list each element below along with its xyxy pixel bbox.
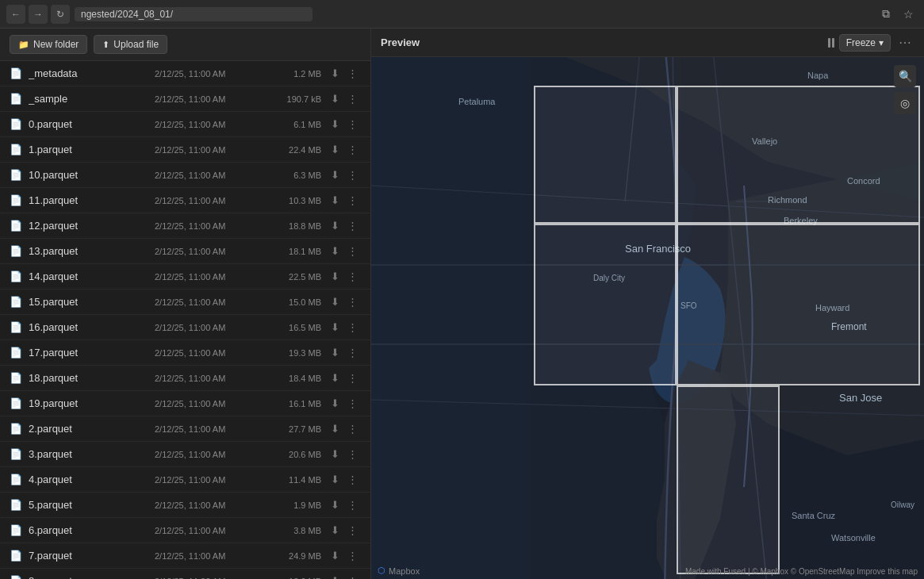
download-button[interactable]: ⬇: [328, 396, 343, 411]
file-row[interactable]: 📄 15.parquet 2/12/25, 11:00 AM 15.0 MB ⬇…: [0, 290, 370, 315]
file-size: 18.4 MB: [266, 374, 321, 383]
file-row[interactable]: 📄 3.parquet 2/12/25, 11:00 AM 20.6 MB ⬇ …: [0, 442, 370, 467]
download-button[interactable]: ⬇: [328, 370, 343, 385]
download-button[interactable]: ⬇: [328, 243, 343, 259]
more-button[interactable]: ⋮: [344, 396, 361, 411]
map-locate-button[interactable]: ◎: [894, 92, 916, 114]
more-button[interactable]: ⋮: [344, 193, 361, 208]
more-button[interactable]: ⋮: [344, 142, 361, 157]
back-button[interactable]: ←: [6, 5, 25, 24]
file-icon: 📄: [10, 270, 22, 282]
more-options-button[interactable]: ⋯: [895, 33, 914, 52]
upload-file-button[interactable]: ⬆ Upload file: [94, 35, 167, 54]
file-icon: 📄: [10, 245, 22, 257]
file-row[interactable]: 📄 17.parquet 2/12/25, 11:00 AM 19.3 MB ⬇…: [0, 340, 370, 366]
file-row[interactable]: 📄 10.parquet 2/12/25, 11:00 AM 6.3 MB ⬇ …: [0, 163, 370, 188]
new-folder-button[interactable]: 📁 New folder: [10, 35, 87, 54]
download-button[interactable]: ⬇: [328, 320, 343, 335]
file-row-actions: ⬇ ⋮: [328, 345, 361, 360]
more-button[interactable]: ⋮: [344, 117, 361, 132]
file-row[interactable]: 📄 7.parquet 2/12/25, 11:00 AM 24.9 MB ⬇ …: [0, 543, 370, 569]
file-row[interactable]: 📄 2.parquet 2/12/25, 11:00 AM 27.7 MB ⬇ …: [0, 416, 370, 442]
file-row[interactable]: 📄 5.parquet 2/12/25, 11:00 AM 1.9 MB ⬇ ⋮: [0, 493, 370, 518]
download-button[interactable]: ⬇: [328, 117, 343, 132]
download-button[interactable]: ⬇: [328, 497, 343, 512]
download-button[interactable]: ⬇: [328, 573, 343, 579]
more-button[interactable]: ⋮: [344, 243, 361, 259]
file-row-actions: ⬇ ⋮: [328, 193, 361, 208]
title-bar-actions: ⧉ ☆: [876, 5, 918, 24]
file-row[interactable]: 📄 _sample 2/12/25, 11:00 AM 190.7 kB ⬇ ⋮: [0, 86, 370, 112]
download-button[interactable]: ⬇: [328, 447, 343, 462]
download-button[interactable]: ⬇: [328, 142, 343, 157]
download-button[interactable]: ⬇: [328, 548, 343, 563]
svg-text:Berkeley: Berkeley: [784, 216, 818, 225]
file-size: 20.6 MB: [266, 450, 321, 459]
file-row-actions: ⬇ ⋮: [328, 320, 361, 335]
file-row[interactable]: 📄 19.parquet 2/12/25, 11:00 AM 16.1 MB ⬇…: [0, 391, 370, 416]
download-button[interactable]: ⬇: [328, 523, 343, 538]
mapbox-logo: ⬡ Mapbox: [378, 566, 420, 576]
file-row[interactable]: 📄 13.parquet 2/12/25, 11:00 AM 18.1 MB ⬇…: [0, 239, 370, 264]
more-button[interactable]: ⋮: [344, 421, 361, 436]
main-container: 📁 New folder ⬆ Upload file 📄 _metadata 2…: [0, 29, 924, 579]
download-button[interactable]: ⬇: [328, 91, 343, 106]
more-button[interactable]: ⋮: [344, 370, 361, 385]
file-row[interactable]: 📄 14.parquet 2/12/25, 11:00 AM 22.5 MB ⬇…: [0, 264, 370, 290]
download-button[interactable]: ⬇: [328, 193, 343, 208]
file-row[interactable]: 📄 11.parquet 2/12/25, 11:00 AM 10.3 MB ⬇…: [0, 188, 370, 213]
more-button[interactable]: ⋮: [344, 167, 361, 182]
file-icon: 📄: [10, 169, 22, 181]
download-button[interactable]: ⬇: [328, 167, 343, 182]
star-button[interactable]: ☆: [899, 5, 918, 24]
more-button[interactable]: ⋮: [344, 523, 361, 538]
file-icon: 📄: [10, 220, 22, 232]
file-date: 2/12/25, 11:00 AM: [155, 120, 266, 129]
more-button[interactable]: ⋮: [344, 218, 361, 233]
more-button[interactable]: ⋮: [344, 320, 361, 335]
file-size: 15.0 MB: [266, 297, 321, 307]
download-button[interactable]: ⬇: [328, 269, 343, 284]
file-row[interactable]: 📄 4.parquet 2/12/25, 11:00 AM 11.4 MB ⬇ …: [0, 467, 370, 493]
file-toolbar: 📁 New folder ⬆ Upload file: [0, 29, 370, 61]
file-row[interactable]: 📄 16.parquet 2/12/25, 11:00 AM 16.5 MB ⬇…: [0, 315, 370, 340]
file-row[interactable]: 📄 6.parquet 2/12/25, 11:00 AM 3.8 MB ⬇ ⋮: [0, 518, 370, 543]
more-button[interactable]: ⋮: [344, 91, 361, 106]
file-name: 17.parquet: [29, 347, 155, 359]
file-row-actions: ⬇ ⋮: [328, 497, 361, 512]
file-row[interactable]: 📄 0.parquet 2/12/25, 11:00 AM 6.1 MB ⬇ ⋮: [0, 112, 370, 137]
download-button[interactable]: ⬇: [328, 421, 343, 436]
more-button[interactable]: ⋮: [344, 573, 361, 579]
download-button[interactable]: ⬇: [328, 345, 343, 360]
file-icon: 📄: [10, 296, 22, 308]
download-button[interactable]: ⬇: [328, 472, 343, 487]
file-row[interactable]: 📄 12.parquet 2/12/25, 11:00 AM 18.8 MB ⬇…: [0, 213, 370, 239]
more-button[interactable]: ⋮: [344, 548, 361, 563]
download-button[interactable]: ⬇: [328, 66, 343, 81]
more-button[interactable]: ⋮: [344, 447, 361, 462]
download-button[interactable]: ⬇: [328, 294, 343, 309]
refresh-button[interactable]: ↻: [51, 5, 70, 24]
more-button[interactable]: ⋮: [344, 472, 361, 487]
file-name: _sample: [29, 93, 155, 105]
svg-text:SFO: SFO: [681, 301, 697, 310]
file-row[interactable]: 📄 1.parquet 2/12/25, 11:00 AM 22.4 MB ⬇ …: [0, 137, 370, 163]
file-row[interactable]: 📄 18.parquet 2/12/25, 11:00 AM 18.4 MB ⬇…: [0, 366, 370, 391]
more-button[interactable]: ⋮: [344, 294, 361, 309]
more-button[interactable]: ⋮: [344, 497, 361, 512]
new-folder-label: New folder: [33, 39, 79, 50]
map-search-button[interactable]: 🔍: [894, 65, 916, 87]
file-row[interactable]: 📄 _metadata 2/12/25, 11:00 AM 1.2 MB ⬇ ⋮: [0, 61, 370, 86]
more-button[interactable]: ⋮: [344, 345, 361, 360]
more-button[interactable]: ⋮: [344, 66, 361, 81]
forward-button[interactable]: →: [29, 5, 48, 24]
mapbox-icon: ⬡: [378, 566, 385, 576]
copy-path-button[interactable]: ⧉: [876, 5, 895, 24]
freeze-button[interactable]: Freeze ▾: [839, 34, 891, 52]
preview-actions: Freeze ▾ ⋯: [828, 33, 914, 52]
file-row[interactable]: 📄 8.parquet 2/12/25, 11:00 AM 18.6 MB ⬇ …: [0, 569, 370, 579]
more-button[interactable]: ⋮: [344, 269, 361, 284]
file-icon: 📄: [10, 372, 22, 384]
download-button[interactable]: ⬇: [328, 218, 343, 233]
file-name: 1.parquet: [29, 144, 155, 155]
